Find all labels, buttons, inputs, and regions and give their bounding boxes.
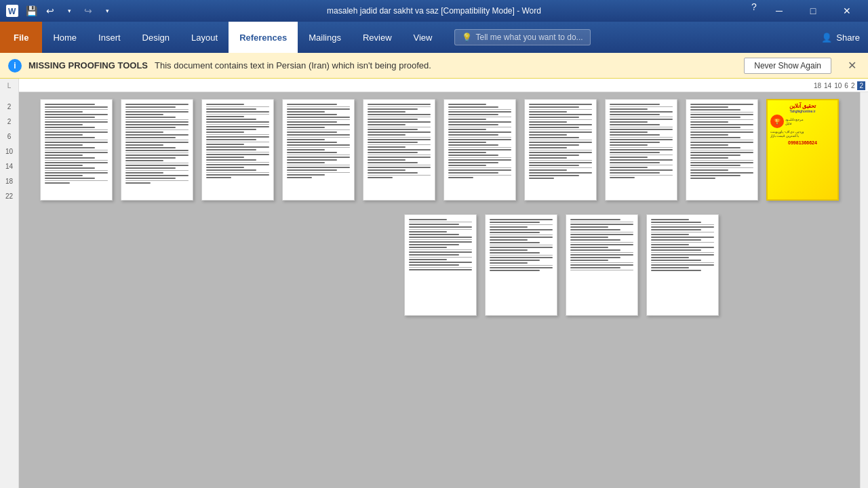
ribbon: File Home Insert Design Layout Reference… (0, 22, 868, 53)
tab-design[interactable]: Design (132, 22, 180, 53)
ad-phone: 09981366624 (770, 140, 835, 145)
customize-icon[interactable]: ▾ (100, 4, 114, 18)
pages-row-1: تحقیق آنلاین Tahghighonline.ir 🏆 مرجع دا… (40, 99, 839, 201)
page-thumb[interactable] (646, 214, 719, 316)
tab-review[interactable]: Review (352, 22, 403, 53)
horizontal-ruler: 18 14 10 6 2 2 (19, 79, 868, 92)
page-thumb[interactable] (121, 99, 193, 201)
share-button[interactable]: 👤 Share (813, 22, 868, 53)
svg-text:W: W (8, 7, 16, 16)
never-show-again-button[interactable]: Never Show Again (744, 58, 831, 74)
share-label: Share (836, 33, 860, 43)
save-icon[interactable]: 💾 (24, 4, 38, 18)
title-bar-left: W 💾 ↩ ▾ ↪ ▾ (5, 4, 114, 18)
notification-message: This document contains text in Persian (… (155, 60, 431, 70)
word-icon: W (5, 4, 19, 18)
tab-references[interactable]: References (229, 22, 298, 53)
close-button[interactable]: ✕ (831, 0, 863, 22)
minimize-button[interactable]: ─ (764, 0, 795, 22)
tab-layout[interactable]: Layout (180, 22, 229, 53)
page-thumb[interactable] (485, 214, 557, 316)
ruler-area: L 18 14 10 6 2 2 (0, 79, 868, 92)
tab-view[interactable]: View (403, 22, 443, 53)
ad-subtitle: Tahghighonline.ir (770, 109, 835, 113)
restore-button[interactable]: □ (797, 0, 829, 22)
search-placeholder: Tell me what you want to do... (476, 33, 583, 42)
search-lightbulb-icon: 💡 (462, 33, 472, 42)
share-person-icon: 👤 (821, 33, 832, 43)
ribbon-search-area: 💡 Tell me what you want to do... (443, 22, 814, 53)
vertical-ruler-numbers: 2 2 6 10 14 18 22 (0, 99, 19, 203)
notification-close-button[interactable]: ✕ (844, 58, 860, 74)
page-thumb[interactable] (566, 214, 638, 316)
page-thumb[interactable] (201, 99, 274, 201)
ruler-corner: L (0, 79, 19, 92)
help-icon[interactable]: ? (747, 0, 761, 14)
notification-bold-text: MISSING PROOFING TOOLS (28, 60, 148, 70)
tab-insert[interactable]: Insert (87, 22, 132, 53)
window-controls: ? ─ □ ✕ (747, 0, 863, 22)
vertical-scrollbar[interactable] (860, 92, 868, 488)
notification-icon: i (8, 59, 22, 73)
undo-dropdown-icon[interactable]: ▾ (62, 4, 76, 18)
document-canvas[interactable]: تحقیق آنلاین Tahghighonline.ir 🏆 مرجع دا… (19, 92, 860, 488)
tab-file[interactable]: File (0, 22, 42, 53)
pages-grid: تحقیق آنلاین Tahghighonline.ir 🏆 مرجع دا… (33, 99, 846, 316)
title-bar: W 💾 ↩ ▾ ↪ ▾ masaleh jadid dar sakht va s… (0, 0, 868, 22)
tab-home[interactable]: Home (42, 22, 87, 53)
page-thumb[interactable] (404, 214, 477, 316)
page-thumb-ad[interactable]: تحقیق آنلاین Tahghighonline.ir 🏆 مرجع دا… (766, 99, 839, 201)
redo-icon[interactable]: ↪ (81, 4, 95, 18)
ad-text2: فایل (785, 121, 804, 125)
ad-text4: با کمترین قیمت بازار (770, 134, 835, 138)
notification-bar: i MISSING PROOFING TOOLS This document c… (0, 53, 868, 79)
tab-mailings[interactable]: Mailings (298, 22, 352, 53)
window-title: masaleh jadid dar sakht va saz [Compatib… (327, 6, 541, 16)
pages-row-2 (160, 214, 719, 316)
page-thumb[interactable] (282, 99, 355, 201)
page-thumb[interactable] (40, 99, 113, 201)
search-box[interactable]: 💡 Tell me what you want to do... (454, 29, 591, 45)
ruler-numbers: 18 14 10 6 2 2 (814, 79, 868, 92)
page-thumb[interactable] (443, 99, 516, 201)
vertical-ruler: 2 2 6 10 14 18 22 (0, 92, 19, 488)
undo-icon[interactable]: ↩ (43, 4, 57, 18)
main-area: 2 2 6 10 14 18 22 (0, 92, 868, 488)
page-thumb[interactable] (605, 99, 677, 201)
page-thumb[interactable] (524, 99, 597, 201)
ad-title: تحقیق آنلاین (770, 103, 835, 109)
page-thumb[interactable] (686, 99, 758, 201)
page-thumb[interactable] (363, 99, 435, 201)
